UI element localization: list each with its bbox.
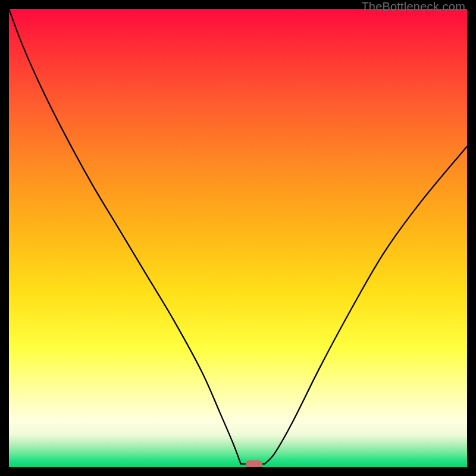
- bottleneck-curve: [9, 9, 467, 464]
- watermark-text: TheBottleneck.com: [361, 0, 465, 14]
- chart-frame: TheBottleneck.com: [0, 0, 476, 476]
- plot-svg: [9, 9, 467, 467]
- plot-area: [9, 9, 467, 467]
- optimum-marker: [246, 460, 262, 467]
